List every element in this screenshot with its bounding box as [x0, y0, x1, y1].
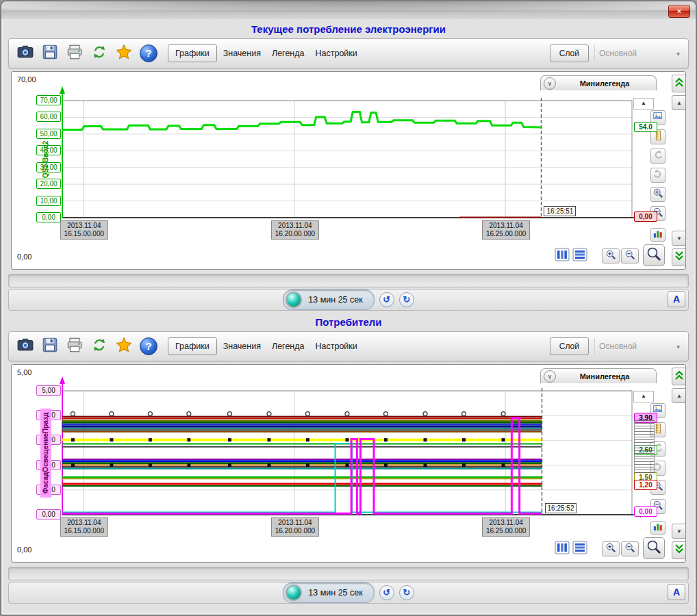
refresh-button[interactable] [87, 334, 112, 359]
tab-values[interactable]: Значения [218, 45, 266, 62]
view-tabs: Графики Значения Легенда Настройки [168, 337, 362, 355]
axis-max-label: 5,00 [17, 368, 31, 376]
screenshot-button[interactable] [13, 334, 38, 359]
chart-plot[interactable] [12, 72, 686, 268]
time-forward-button[interactable]: ↻ [399, 585, 414, 600]
zoom-out-x-button[interactable] [621, 541, 639, 556]
favorites-button[interactable] [112, 334, 136, 359]
chart-plot[interactable] [12, 365, 686, 561]
layer-combo[interactable]: Основной ▾ [594, 338, 684, 355]
layer-button[interactable]: Слой [550, 337, 589, 355]
columns-icon [555, 248, 570, 264]
x-tick-label: 2013.11.0416.20.00.000 [271, 517, 319, 537]
y-tick-label: 0,00 [36, 509, 61, 519]
print-button[interactable] [62, 334, 87, 359]
save-button[interactable] [38, 41, 62, 66]
favorites-button[interactable] [112, 41, 136, 66]
minilegend-header[interactable]: v Минилегенда [540, 368, 657, 383]
tab-graphs[interactable]: Графики [168, 337, 217, 355]
zoom-window-button[interactable] [643, 244, 665, 266]
window-titlebar[interactable]: × [1, 1, 696, 19]
tab-legend[interactable]: Легенда [267, 45, 309, 62]
horizontal-scrollbar[interactable] [8, 567, 689, 580]
magnifier-icon [646, 246, 661, 264]
help-button[interactable]: ? [136, 334, 161, 359]
print-button[interactable] [62, 41, 87, 66]
time-range-control[interactable]: 13 мин 25 сек [283, 290, 374, 310]
pan-down-fast-button[interactable] [672, 541, 686, 559]
tab-settings[interactable]: Настройки [311, 338, 362, 355]
tab-legend[interactable]: Легенда [267, 338, 309, 355]
axis-min-label: 0,00 [17, 253, 31, 261]
pan-up-fast-button[interactable] [672, 75, 686, 92]
statistics-button[interactable] [650, 228, 666, 242]
zoom-in-x-button[interactable] [602, 541, 620, 556]
auto-scale-button[interactable]: A [668, 584, 685, 600]
legend-scroll-up-button[interactable]: ▲ [633, 391, 654, 402]
layer-controls: Слой Основной ▾ [550, 337, 684, 355]
zoom-in-x-button[interactable] [602, 248, 620, 264]
columns-view-button[interactable] [554, 248, 570, 264]
chart-container: 5,00 0,00 v Минилегенда ▲ ▲ ▼ [11, 364, 686, 563]
layer-combo[interactable]: Основной ▾ [594, 45, 684, 62]
cursor-tooltip: 16:25:51 [544, 206, 576, 216]
close-button[interactable]: × [668, 5, 690, 18]
pan-down-fast-button[interactable] [672, 248, 686, 266]
help-button[interactable]: ? [136, 41, 161, 66]
tab-values[interactable]: Значения [218, 338, 266, 355]
zoom-out-x-button[interactable] [621, 248, 639, 264]
pan-down-button[interactable]: ▼ [672, 231, 686, 246]
screenshot-button[interactable] [13, 41, 38, 66]
zoom-window-button[interactable] [643, 537, 665, 559]
layer-button[interactable]: Слой [550, 44, 589, 62]
undo-button[interactable] [650, 149, 666, 164]
help-icon: ? [140, 337, 157, 355]
rows-view-button[interactable] [572, 248, 588, 264]
time-back-button[interactable]: ↺ [379, 585, 394, 600]
columns-view-button[interactable] [554, 541, 570, 556]
statistics-button[interactable] [650, 521, 666, 535]
y-tick-label: 0,00 [36, 212, 61, 222]
chevron-down-icon[interactable]: v [544, 77, 556, 90]
refresh-icon [91, 337, 107, 356]
zoom-out-icon [624, 249, 635, 263]
auto-scale-button[interactable]: A [668, 291, 685, 307]
time-duration: 13 мин 25 сек [308, 588, 362, 598]
pan-down-button[interactable]: ▼ [672, 524, 686, 539]
zoom-in-icon [605, 542, 616, 556]
save-button[interactable] [38, 334, 62, 359]
minilegend-label: Минилегенда [556, 372, 653, 381]
time-range-control[interactable]: 13 мин 25 сек [283, 582, 374, 603]
star-icon [115, 43, 133, 64]
x-tick-label: 2013.11.0416.25.00.000 [482, 220, 530, 240]
pan-up-button[interactable]: ▲ [672, 388, 686, 403]
pan-up-fast-button[interactable] [672, 368, 686, 385]
pan-up-button[interactable]: ▲ [672, 95, 686, 110]
time-forward-button[interactable]: ↻ [399, 292, 414, 307]
minilegend-header[interactable]: v Минилегенда [540, 75, 657, 90]
right-value-label: 1,20 [634, 480, 657, 490]
zoom-in-icon [605, 249, 616, 263]
time-orb-icon[interactable] [286, 292, 302, 308]
time-toolbar: 13 мин 25 сек ↺ ↻ A [8, 582, 689, 604]
rows-icon [572, 541, 587, 557]
x-tick-label: 2013.11.0416.15.00.000 [60, 517, 108, 537]
minilegend-label: Минилегенда [556, 79, 653, 88]
x-tick-label: 2013.11.0416.25.00.000 [482, 517, 530, 537]
tab-settings[interactable]: Настройки [311, 45, 362, 62]
chevron-down-icon: ▾ [676, 343, 680, 350]
bar-chart-icon [652, 522, 663, 534]
time-orb-icon[interactable] [286, 585, 302, 601]
tab-graphs[interactable]: Графики [168, 44, 217, 62]
toolbar: ? Графики Значения Легенда Настройки Сло… [8, 331, 689, 361]
refresh-button[interactable] [87, 41, 112, 66]
rows-view-button[interactable] [572, 541, 588, 556]
time-back-button[interactable]: ↺ [379, 292, 394, 307]
legend-scroll-up-button[interactable]: ▲ [633, 98, 654, 110]
x-tick-label: 2013.11.0416.15.00.000 [60, 220, 108, 240]
zoom-in-button[interactable] [650, 187, 666, 202]
chevron-down-icon[interactable]: v [544, 370, 556, 383]
redo-button[interactable] [650, 168, 666, 183]
double-chevron-down-icon [674, 251, 684, 264]
horizontal-scrollbar[interactable] [8, 274, 689, 287]
